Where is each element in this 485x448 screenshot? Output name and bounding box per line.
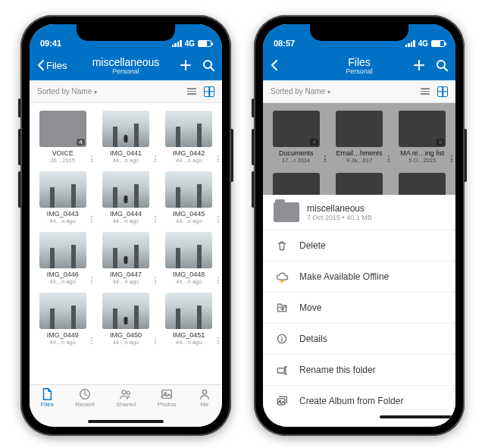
add-button[interactable] [413,59,425,71]
tab-label: Files [41,401,54,408]
more-button[interactable] [217,337,219,344]
network-label: 4G [185,39,195,48]
back-button[interactable]: Files [37,60,79,71]
back-button[interactable] [271,60,312,70]
rename-icon [275,363,289,377]
nav-bar: Files miscellaneous Personal [30,50,222,80]
item-count-badge: 4 [77,139,84,146]
grid-item[interactable]: IMG_044544…n ago [158,168,221,227]
photo-thumbnail [39,232,86,268]
item-sub: 26…2015 [33,157,92,164]
grid-item[interactable]: IMG_044144…n ago [94,108,157,167]
tab-me[interactable]: Me [198,388,211,427]
item-name: IMG_0446 [33,271,92,278]
tab-label: Photos [157,401,176,408]
battery-icon [198,40,211,47]
grid-item[interactable]: IMG_044244…n ago [158,108,221,167]
grid-view-button[interactable] [437,86,448,97]
signal-icon [405,40,415,47]
trash-icon [275,239,289,252]
item-name: IMG_0443 [33,210,92,218]
more-button[interactable] [217,277,219,284]
item-sub: 44…n ago [95,278,155,285]
action-label: Delete [299,240,326,251]
action-label: Rename this folder [299,365,376,375]
notch [310,24,408,41]
grid-item[interactable]: IMG_044444…n ago [94,168,157,227]
photo-thumbnail [102,293,149,329]
item-name: IMG_0450 [95,331,155,339]
grid-item[interactable]: IMG_045144…n ago [158,290,221,349]
photo-thumbnail [165,232,212,268]
search-button[interactable] [436,59,448,71]
sort-button[interactable]: Sorted by Name ▾ [37,87,97,96]
chevron-left-icon [37,60,45,70]
more-button[interactable] [155,155,156,162]
photo-thumbnail [39,293,86,329]
sheet-title: miscellaneous [307,203,372,214]
action-cloud[interactable]: Make Available Offline [263,262,455,293]
more-button[interactable] [217,155,219,162]
action-sheet: miscellaneous 7 Oct 2015 • 40.1 MB Delet… [263,195,455,427]
plus-icon [413,59,425,71]
cloud-icon [275,270,289,284]
files-grid[interactable]: 4VOICE26…2015IMG_044144…n agoIMG_044244…… [30,103,222,393]
more-button[interactable] [91,216,92,223]
action-label: Create Album from Folder [299,396,403,406]
add-button[interactable] [180,59,192,71]
more-button[interactable] [217,216,219,223]
more-button[interactable] [155,216,156,223]
item-name: IMG_0444 [95,210,155,218]
more-button[interactable] [91,277,92,284]
grid-item[interactable]: 4VOICE26…2015 [31,108,94,167]
nav-title: miscellaneous [92,56,160,68]
person-icon [198,388,211,400]
action-album[interactable]: Create Album from Folder [263,386,455,416]
sort-button[interactable]: Sorted by Name ▾ [271,87,330,96]
item-name: VOICE [33,149,92,157]
action-info[interactable]: Details [263,324,455,355]
item-name: IMG_0451 [159,331,219,339]
nav-bar: Files Personal [263,50,455,80]
battery-icon [431,40,445,47]
album-icon [275,394,289,408]
notch [77,24,175,41]
back-label: Files [46,60,67,71]
nav-subtitle: Personal [346,67,373,75]
photo-thumbnail [165,293,212,329]
svg-point-3 [127,391,130,394]
grid-item[interactable]: IMG_044744…n ago [94,229,157,288]
item-sub: 44…n ago [159,339,219,346]
search-icon [202,59,214,71]
item-name: IMG_0441 [95,149,155,157]
action-trash[interactable]: Delete [263,230,455,262]
nav-subtitle: Personal [92,67,160,75]
grid-item[interactable]: IMG_044644…n ago [31,229,94,288]
action-label: Make Available Offline [299,271,389,282]
search-button[interactable] [202,59,214,71]
home-indicator[interactable] [88,420,164,423]
list-view-button[interactable] [421,88,430,95]
people-icon [119,388,133,400]
grid-item[interactable]: IMG_044944…n ago [31,290,94,349]
phone-left: 09:41 4G Files miscellaneous Personal [20,15,231,436]
more-button[interactable] [91,155,92,162]
more-button[interactable] [155,337,156,344]
more-button[interactable] [155,277,156,284]
item-name: IMG_0447 [95,271,155,278]
action-move[interactable]: Move [263,293,455,324]
grid-item[interactable]: IMG_044344…n ago [31,168,94,227]
action-label: Move [299,302,321,313]
svg-rect-9 [277,368,284,373]
list-view-button[interactable] [187,88,196,95]
grid-item[interactable]: IMG_045044…n ago [94,290,157,349]
folder-icon [274,202,299,222]
screen-left: 09:41 4G Files miscellaneous Personal [30,24,222,427]
grid-item[interactable]: IMG_044844…n ago [158,229,221,288]
more-button[interactable] [91,337,92,344]
grid-view-button[interactable] [204,86,214,97]
action-rename[interactable]: Rename this folder [263,355,455,386]
home-indicator[interactable] [380,415,455,418]
item-sub: 44…n ago [95,218,155,224]
tab-files[interactable]: Files [40,388,54,427]
